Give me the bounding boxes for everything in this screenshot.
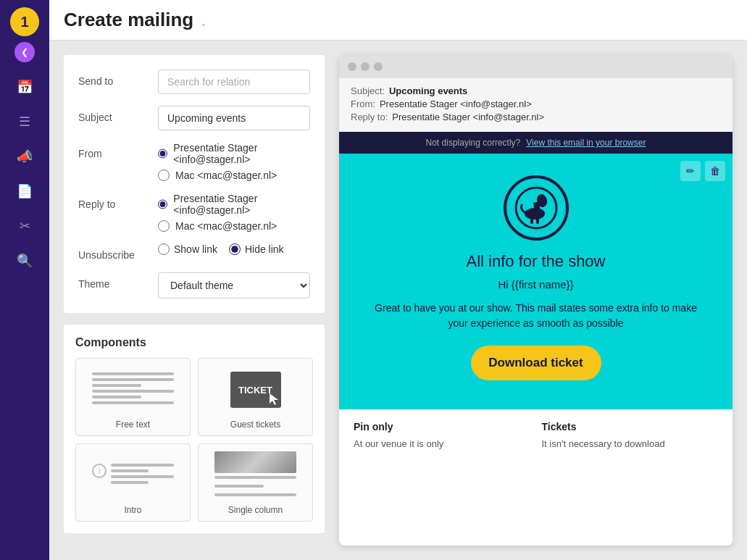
from-option-2-label: Mac <mac@stager.nl> [175,170,277,181]
logo-circle [504,175,569,241]
preview-line [92,378,174,381]
reply-to-option-2[interactable]: Mac <mac@stager.nl> [158,220,310,232]
window-dot-1 [348,62,356,71]
preview-line [214,476,296,479]
free-text-label: Free text [116,419,150,430]
unsubscribe-hide-radio[interactable] [229,243,241,255]
sidebar-logo[interactable]: 1 [10,7,39,36]
unsubscribe-row: Unsubscribe Show link Hide link [78,243,310,261]
single-column-label: Single column [228,505,283,515]
form-section: Send to Subject From [64,55,325,313]
unsubscribe-hide[interactable]: Hide link [229,243,284,255]
sidebar-item-search[interactable]: 🔍 [9,245,41,277]
email-top-bar: Not displaying correctly? View this emai… [339,132,733,154]
email-actions: ✏ 🗑 [680,161,725,181]
search-input[interactable] [158,70,310,94]
components-title: Components [75,336,313,349]
sidebar-item-list[interactable]: ☰ [9,106,41,138]
page-title: Create mailing [64,9,193,31]
send-to-row: Send to [78,70,310,94]
preview-line-short [92,396,141,398]
footer-col-1: Pin only At our venue it is only [354,421,530,451]
from-option-1-label: Presentatie Stager <info@stager.nl> [173,142,310,165]
email-subject-value: Upcoming events [389,85,467,96]
preview-line-short [111,481,149,484]
theme-row: Theme Default theme Dark theme Light the… [78,272,310,298]
from-control: Presentatie Stager <info@stager.nl> Mac … [158,142,310,181]
email-footer-section: Pin only At our venue it is only Tickets… [339,409,733,463]
preview-line-short [92,384,141,387]
unsubscribe-show-label: Show link [174,243,217,255]
single-column-preview [204,450,306,501]
window-dot-3 [374,62,383,71]
reply-to-option-1-label: Presentatie Stager <info@stager.nl> [173,193,310,216]
top-bar-text: Not displaying correctly? [426,138,521,148]
ticket-text: TICKET [238,385,272,396]
unsubscribe-show-radio[interactable] [158,243,170,255]
email-greeting: Hi {{first name}} [354,278,718,291]
preview-line [111,464,174,467]
subject-input[interactable] [158,106,310,130]
send-to-control [158,70,310,94]
unsubscribe-hide-label: Hide link [245,243,284,255]
unsubscribe-label: Unsubscribe [78,243,158,261]
cursor-icon [270,393,278,405]
from-radio-2[interactable] [158,170,170,181]
email-replyto-label: Reply to: [351,112,388,122]
preview-line [92,372,174,375]
unsubscribe-show[interactable]: Show link [158,243,217,255]
email-header: Subject: Upcoming events From: Presentat… [339,78,733,132]
left-panel: Send to Subject From [64,55,325,546]
ticket-box: TICKET [230,372,281,408]
component-intro[interactable]: i Intro [75,443,191,522]
reply-to-control: Presentatie Stager <info@stager.nl> Mac … [158,193,310,232]
reply-to-option-2-label: Mac <mac@stager.nl> [175,220,277,232]
component-free-text[interactable]: Free text [75,358,191,436]
reply-to-row: Reply to Presentatie Stager <info@stager… [78,193,310,232]
window-dot-2 [361,62,370,71]
components-grid: Free text TICKET Guest ticket [75,358,313,522]
footer-col-2: Tickets It isn't necessary to download [542,421,719,451]
edit-button[interactable]: ✏ [680,161,701,181]
window-titlebar [339,55,733,78]
theme-select[interactable]: Default theme Dark theme Light theme [158,272,310,298]
footer-col-1-text: At our venue it is only [354,437,530,451]
from-option-2[interactable]: Mac <mac@stager.nl> [158,170,310,181]
sidebar-toggle[interactable]: ❮ [14,42,35,62]
email-body-text: Great to have you at our show. This mail… [354,301,718,331]
from-row: From Presentatie Stager <info@stager.nl>… [78,142,310,181]
from-radio-1[interactable] [158,148,167,159]
intro-icon: i [92,464,107,478]
preview-line [92,390,174,393]
sidebar-item-calendar[interactable]: 📅 [9,71,41,103]
sidebar: 1 ❮ 📅 ☰ 📣 📄 ✂ 🔍 [0,0,49,560]
top-bar-link[interactable]: View this email in your browser [526,138,646,148]
single-col-img [214,451,296,473]
free-text-preview [82,364,184,415]
preview-line [111,475,174,478]
sidebar-item-megaphone[interactable]: 📣 [9,141,41,172]
footer-col-2-title: Tickets [542,421,719,432]
dog-icon [514,186,558,230]
reply-to-label: Reply to [78,193,158,210]
theme-label: Theme [78,272,158,290]
preview-line [92,401,174,404]
reply-to-option-1[interactable]: Presentatie Stager <info@stager.nl> [158,193,310,216]
subject-control [158,106,310,130]
email-replyto-value: Presentatie Stager <info@stager.nl> [392,112,544,122]
components-section: Components [64,325,325,533]
email-body: Not displaying correctly? View this emai… [339,132,733,546]
sidebar-item-tools[interactable]: ✂ [9,210,41,242]
reply-to-radio-1[interactable] [158,198,167,210]
content-area: Send to Subject From [49,41,747,560]
from-option-1[interactable]: Presentatie Stager <info@stager.nl> [158,142,310,165]
intro-preview: i [82,450,184,501]
delete-button[interactable]: 🗑 [705,161,725,181]
sidebar-item-file[interactable]: 📄 [9,175,41,207]
main-content: Create mailing. Send to Subject [49,0,747,560]
reply-to-radio-2[interactable] [158,220,170,232]
email-main: ✏ 🗑 [339,154,733,409]
download-ticket-button[interactable]: Download ticket [471,346,601,380]
component-single-column[interactable]: Single column [198,443,313,522]
component-guest-tickets[interactable]: TICKET Guest tickets [198,358,313,436]
